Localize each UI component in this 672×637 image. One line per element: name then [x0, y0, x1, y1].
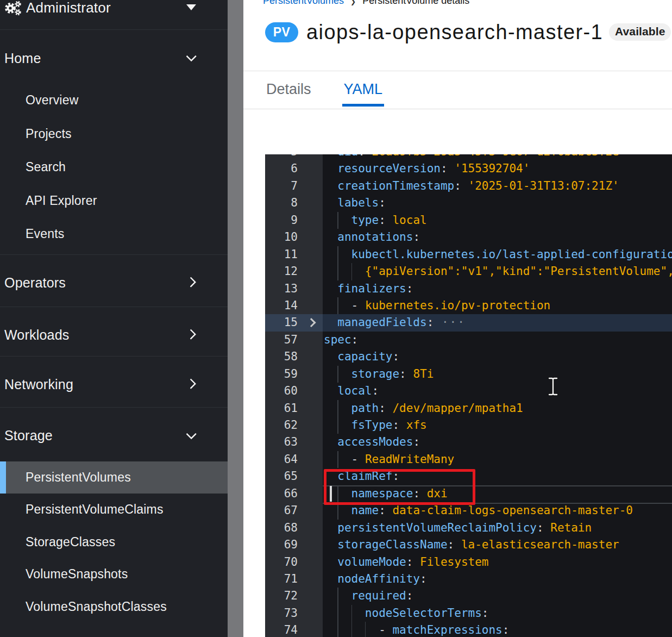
code-token: -: [351, 299, 365, 312]
editor-line-15[interactable]: 15 managedFields: ···: [265, 314, 672, 331]
code-token: :: [503, 623, 510, 636]
editor-line-64[interactable]: 64 - ReadWriteMany: [265, 451, 672, 468]
code-indent: [324, 435, 337, 448]
code-token: :: [392, 350, 399, 363]
code-text: managedFields: ···: [323, 314, 672, 331]
code-text: capacity:: [323, 348, 672, 365]
code-text: nodeSelectorTerms:: [323, 605, 672, 622]
code-token: la-elasticsearch-master: [461, 538, 619, 551]
sidebar-item-events[interactable]: Events: [0, 217, 228, 251]
editor-line-69[interactable]: 69 storageClassName: la-elasticsearch-ma…: [265, 536, 672, 553]
editor-line-67[interactable]: 67 name: data-claim-logs-opensearch-mast…: [265, 502, 672, 519]
nav-group-storage[interactable]: Storage: [0, 419, 228, 453]
editor-line-66[interactable]: 66 namespace: dxi: [265, 485, 672, 502]
editor-line-9[interactable]: 9 type: local: [265, 212, 672, 229]
editor-line-74[interactable]: 74 - matchExpressions:: [265, 622, 672, 637]
editor-line-59[interactable]: 59 storage: 8Ti: [265, 366, 672, 383]
sidebar-item-persistentvolumeclaims[interactable]: PersistentVolumeClaims: [0, 494, 228, 526]
nav-group-networking[interactable]: Networking: [0, 368, 228, 402]
editor-line-7[interactable]: 7 creationTimestamp: '2025-01-31T13:07:2…: [265, 178, 672, 195]
editor-line-11[interactable]: 11 kubectl.kubernetes.io/last-applied-co…: [265, 246, 672, 263]
code-text: finalizers:: [323, 280, 672, 297]
code-token: :: [448, 538, 461, 551]
code-token: volumeMode: [337, 555, 406, 569]
nav-group-workloads[interactable]: Workloads: [0, 318, 228, 352]
editor-line-5[interactable]: 5 uid: 26ad9fb5-29a5-45f3-9e67-d2f6babc3…: [265, 154, 672, 160]
code-token: kubernetes.io/pv-protection: [365, 299, 550, 312]
code-text: - matchExpressions:: [323, 622, 672, 637]
code-indent: [324, 572, 337, 585]
sidebar-item-projects[interactable]: Projects: [0, 117, 228, 151]
code-token: -: [351, 453, 365, 466]
sidebar-item-api explorer[interactable]: API Explorer: [0, 184, 228, 218]
editor-line-6[interactable]: 6 resourceVersion: '155392704': [265, 160, 672, 177]
indent-guide: [337, 212, 338, 229]
nav-group-operators[interactable]: Operators: [0, 266, 228, 300]
editor-line-63[interactable]: 63 accessModes:: [265, 434, 672, 451]
editor-line-60[interactable]: 60 local:: [265, 383, 672, 399]
nav-sections: HomeOverviewProjectsSearchAPI ExplorerEv…: [0, 41, 228, 623]
nav-group-home[interactable]: Home: [0, 41, 228, 75]
code-text: local:: [323, 383, 672, 399]
editor-line-61[interactable]: 61 path: /dev/mapper/mpatha1: [265, 400, 672, 417]
chevron-right-icon: [185, 329, 197, 340]
line-number: 12: [265, 263, 323, 280]
sidebar-item-volumesnapshots[interactable]: VolumeSnapshots: [0, 558, 228, 591]
tabs: Details YAML: [266, 71, 415, 122]
editor-line-58[interactable]: 58 capacity:: [265, 348, 672, 365]
sidebar-divider: [0, 307, 228, 307]
sidebar-item-search[interactable]: Search: [0, 151, 228, 184]
editor-line-73[interactable]: 73 nodeSelectorTerms:: [265, 605, 672, 622]
editor-line-14[interactable]: 14 - kubernetes.io/pv-protection: [265, 297, 672, 314]
editor-line-68[interactable]: 68 persistentVolumeReclaimPolicy: Retain: [265, 520, 672, 536]
line-number: 6: [265, 160, 323, 177]
code-token: :: [379, 196, 386, 209]
editor-line-13[interactable]: 13 finalizers:: [265, 280, 672, 297]
code-token: required: [351, 589, 406, 602]
perspective-switcher[interactable]: Administrator: [0, 0, 228, 29]
editor-line-12[interactable]: 12 {"apiVersion":"v1","kind":"Persistent…: [265, 263, 672, 280]
breadcrumb-link-persistentvolumes[interactable]: PersistentVolumes: [263, 0, 344, 7]
code-token: claimRef: [337, 470, 392, 483]
yaml-editor[interactable]: 5 uid: 26ad9fb5-29a5-45f3-9e67-d2f6babc3…: [265, 154, 672, 637]
code-text: accessModes:: [323, 434, 672, 451]
tab-yaml[interactable]: YAML: [344, 71, 383, 122]
code-token: ReadWriteMany: [365, 453, 454, 466]
line-number: 68: [265, 520, 323, 536]
sidebar-item-volumesnapshotclasses[interactable]: VolumeSnapshotClasses: [0, 591, 228, 623]
editor-line-8[interactable]: 8 labels:: [265, 195, 672, 211]
code-text: labels:: [323, 195, 672, 211]
code-token: :: [379, 504, 392, 517]
sidebar-item-persistentvolumes[interactable]: PersistentVolumes: [0, 461, 228, 494]
sidebar-item-label: Projects: [26, 127, 72, 141]
code-token: type: [351, 214, 379, 227]
editor-line-71[interactable]: 71 nodeAffinity:: [265, 571, 672, 588]
sidebar-item-label: Events: [26, 227, 65, 241]
code-indent: [324, 179, 337, 192]
code-token: matchExpressions: [392, 623, 502, 636]
line-number: 69: [265, 536, 323, 553]
code-text: - kubernetes.io/pv-protection: [323, 297, 672, 314]
code-token: :: [406, 555, 420, 569]
code-token: :: [427, 316, 434, 329]
sidebar-scrollbar[interactable]: [228, 0, 243, 637]
sidebar-item-label: StorageClasses: [26, 535, 115, 549]
editor-line-70[interactable]: 70 volumeMode: Filesystem: [265, 554, 672, 571]
code-token: :: [454, 179, 468, 192]
code-token: /dev/mapper/mpatha1: [392, 402, 523, 415]
editor-line-72[interactable]: 72 required:: [265, 588, 672, 604]
line-number: 59: [265, 366, 323, 383]
sidebar-item-overview[interactable]: Overview: [0, 84, 228, 117]
sidebar-item-storageclasses[interactable]: StorageClasses: [0, 526, 228, 559]
tabs-divider: [243, 109, 672, 109]
line-number: 13: [265, 280, 323, 297]
editor-line-10[interactable]: 10 annotations:: [265, 229, 672, 246]
main-content: PersistentVolumes ❯ PersistentVolume det…: [243, 0, 672, 637]
code-text: spec:: [323, 332, 672, 348]
code-token: nodeAffinity: [337, 572, 420, 585]
sidebar-item-label: Overview: [26, 93, 78, 108]
editor-line-62[interactable]: 62 fsType: xfs: [265, 417, 672, 434]
editor-line-57[interactable]: 57spec:: [265, 332, 672, 348]
editor-line-65[interactable]: 65 claimRef:: [265, 468, 672, 485]
tab-details[interactable]: Details: [266, 71, 311, 122]
